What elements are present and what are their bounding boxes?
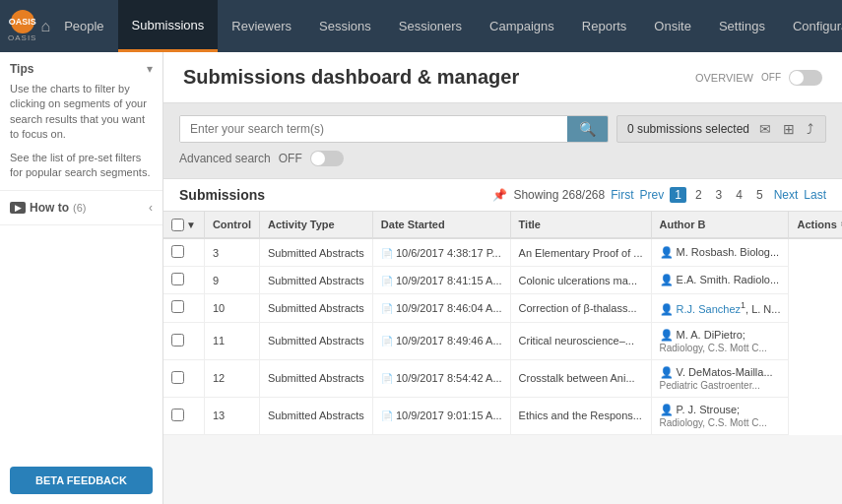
overview-toggle-switch[interactable] bbox=[789, 70, 822, 86]
beta-feedback-button[interactable]: BETA FEEDBACK bbox=[10, 467, 153, 494]
th-select: ▼ bbox=[171, 219, 196, 231]
advanced-row: Advanced search OFF bbox=[179, 151, 826, 166]
th-date-started: Date Started bbox=[372, 212, 510, 238]
copy-icon-button[interactable]: ⊞ bbox=[781, 119, 797, 139]
first-page-btn[interactable]: First bbox=[611, 188, 633, 202]
page-nums: 1 2 3 4 5 bbox=[670, 187, 767, 203]
howto-collapse-icon[interactable]: ‹ bbox=[149, 201, 153, 215]
nav-item-people[interactable]: People bbox=[50, 0, 117, 52]
submissions-toolbar: Submissions 📌 Showing 268/268 First Prev… bbox=[163, 179, 842, 212]
table-row: 11 Submitted Abstracts 📄 10/9/2017 8:49:… bbox=[163, 322, 842, 359]
row-control: 10 bbox=[204, 294, 259, 323]
advanced-toggle-switch[interactable] bbox=[310, 151, 344, 166]
row-date: 📄 10/6/2017 4:38:17 P... bbox=[372, 238, 510, 267]
row-select-checkbox[interactable] bbox=[171, 409, 184, 421]
export-icon-button[interactable]: ⤴ bbox=[805, 119, 815, 139]
advanced-search-state: OFF bbox=[279, 152, 302, 165]
howto-left: ▶ How to (6) bbox=[10, 201, 86, 215]
row-author: 👤 M. Rosbash. Biolog... bbox=[651, 238, 789, 267]
prev-page-btn[interactable]: Prev bbox=[640, 188, 665, 202]
tips-header: Tips ▾ bbox=[10, 62, 153, 76]
row-control: 9 bbox=[204, 267, 259, 294]
row-checkbox bbox=[163, 397, 204, 434]
th-chevron[interactable]: ▼ bbox=[186, 220, 196, 230]
row-control: 12 bbox=[204, 359, 259, 397]
selections-info: 0 submissions selected ✉ ⊞ ⤴ bbox=[616, 115, 826, 143]
play-icon: ▶ bbox=[10, 202, 26, 214]
row-checkbox bbox=[163, 359, 204, 397]
row-date: 📄 10/9/2017 8:49:46 A... bbox=[372, 322, 510, 359]
row-author: 👤 R.J. Sanchez1, L. N... bbox=[651, 294, 789, 323]
search-input[interactable] bbox=[180, 116, 567, 142]
nav-item-campaigns[interactable]: Campaigns bbox=[476, 0, 568, 52]
page-num-2[interactable]: 2 bbox=[690, 187, 707, 203]
row-date: 📄 10/9/2017 8:54:42 A... bbox=[372, 359, 510, 397]
nav-item-configuration[interactable]: Configuration bbox=[779, 0, 842, 52]
advanced-search-label: Advanced search bbox=[179, 152, 271, 165]
nav-items: People Submissions Reviewers Sessions Se… bbox=[50, 0, 842, 52]
sidebar: Tips ▾ Use the charts to filter by click… bbox=[0, 52, 163, 504]
row-checkbox bbox=[163, 322, 204, 359]
th-checkbox: ▼ bbox=[163, 212, 204, 238]
row-checkbox bbox=[163, 238, 204, 267]
row-control: 13 bbox=[204, 397, 259, 434]
next-page-btn[interactable]: Next bbox=[774, 188, 799, 202]
row-select-checkbox[interactable] bbox=[171, 371, 184, 384]
pin-icon: 📌 bbox=[492, 188, 507, 202]
howto-section[interactable]: ▶ How to (6) ‹ bbox=[0, 191, 162, 225]
row-date: 📄 10/9/2017 9:01:15 A... bbox=[372, 397, 510, 434]
page-num-3[interactable]: 3 bbox=[711, 187, 728, 203]
app-logo: OASIS OASIS bbox=[8, 10, 36, 42]
search-button[interactable]: 🔍 bbox=[567, 116, 608, 142]
nav-item-sessions[interactable]: Sessions bbox=[305, 0, 385, 52]
main-content: Submissions dashboard & manager OVERVIEW… bbox=[163, 52, 842, 504]
page-title: Submissions dashboard & manager bbox=[183, 66, 519, 89]
row-checkbox bbox=[163, 267, 204, 294]
row-activity-type: Submitted Abstracts bbox=[260, 397, 373, 434]
nav-item-onsite[interactable]: Onsite bbox=[640, 0, 705, 52]
logo-circle: OASIS bbox=[11, 10, 34, 33]
row-title: Crosstalk between Ani... bbox=[510, 359, 651, 397]
nav-item-reviewers[interactable]: Reviewers bbox=[218, 0, 305, 52]
row-checkbox bbox=[163, 294, 204, 323]
logo-text: OASIS bbox=[8, 33, 36, 42]
nav-item-sessioners[interactable]: Sessioners bbox=[385, 0, 476, 52]
submissions-table: ▼ Control Activity Type Date Started Tit… bbox=[163, 212, 842, 435]
overview-toggle: OVERVIEW OFF bbox=[695, 70, 822, 86]
table-row: 12 Submitted Abstracts 📄 10/9/2017 8:54:… bbox=[163, 359, 842, 397]
page-num-1[interactable]: 1 bbox=[670, 187, 686, 203]
row-title: Critical neuroscience–... bbox=[510, 322, 651, 359]
row-title: Ethics and the Respons... bbox=[510, 397, 651, 434]
pagination-info: 📌 Showing 268/268 First Prev 1 2 3 4 5 N… bbox=[492, 187, 826, 203]
row-select-checkbox[interactable] bbox=[171, 300, 184, 313]
submissions-tbody: 3 Submitted Abstracts 📄 10/6/2017 4:38:1… bbox=[163, 238, 842, 434]
tips-collapse-icon[interactable]: ▾ bbox=[147, 62, 153, 76]
select-all-checkbox[interactable] bbox=[171, 219, 184, 231]
th-control: Control bbox=[204, 212, 259, 238]
top-nav: OASIS OASIS ⌂ People Submissions Reviewe… bbox=[0, 0, 842, 52]
showing-text: Showing 268/268 bbox=[513, 188, 605, 202]
search-area: 🔍 0 submissions selected ✉ ⊞ ⤴ Advanced … bbox=[163, 103, 842, 179]
th-title: Title bbox=[510, 212, 651, 238]
howto-count: (6) bbox=[73, 202, 86, 214]
nav-item-reports[interactable]: Reports bbox=[568, 0, 641, 52]
nav-item-submissions[interactable]: Submissions bbox=[118, 0, 219, 52]
th-activity-type: Activity Type bbox=[260, 212, 373, 238]
row-activity-type: Submitted Abstracts bbox=[260, 267, 373, 294]
howto-header[interactable]: ▶ How to (6) ‹ bbox=[10, 201, 153, 215]
nav-item-settings[interactable]: Settings bbox=[705, 0, 779, 52]
row-select-checkbox[interactable] bbox=[171, 334, 184, 346]
row-control: 11 bbox=[204, 322, 259, 359]
home-icon[interactable]: ⌂ bbox=[40, 0, 50, 52]
row-activity-type: Submitted Abstracts bbox=[260, 294, 373, 323]
author-sup: 1 bbox=[741, 300, 745, 310]
row-author: 👤 P. J. Strouse;Radiology, C.S. Mott C..… bbox=[651, 397, 789, 434]
page-num-4[interactable]: 4 bbox=[731, 187, 747, 203]
last-page-btn[interactable]: Last bbox=[804, 188, 826, 202]
row-select-checkbox[interactable] bbox=[171, 273, 184, 285]
row-select-checkbox[interactable] bbox=[171, 245, 184, 258]
row-activity-type: Submitted Abstracts bbox=[260, 238, 373, 267]
page-num-5[interactable]: 5 bbox=[751, 187, 768, 203]
author-name: R.J. Sanchez bbox=[677, 303, 741, 315]
email-icon-button[interactable]: ✉ bbox=[757, 119, 773, 139]
